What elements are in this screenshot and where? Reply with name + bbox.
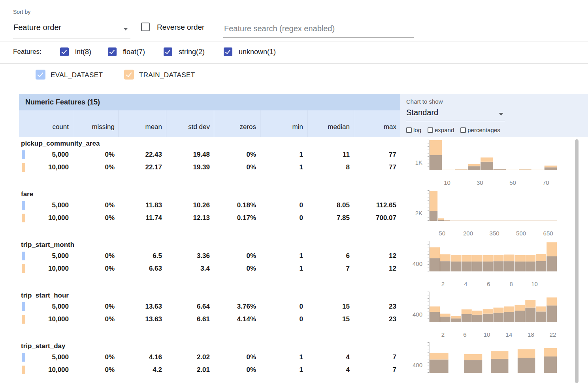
train-stats-row: 10,0000%4.22.010%147 [19, 364, 400, 376]
stat-value: 1 [260, 351, 307, 364]
x-tick-label: 500 [516, 230, 526, 237]
chart-type-select[interactable]: Standard [406, 107, 505, 121]
stat-value: 11.83 [119, 199, 166, 212]
stat-value: 0% [73, 364, 119, 376]
histogram-x-tick-labels: 246810 [426, 281, 560, 288]
histogram-svg [426, 140, 560, 171]
stat-value: 0% [214, 351, 260, 364]
stat-value: 0% [214, 364, 260, 376]
stat-value: 1 [260, 161, 307, 174]
stat-value: 0% [214, 148, 260, 161]
stat-value: 0% [73, 199, 119, 212]
stat-value: 6.64 [166, 300, 214, 313]
feature-block: pickup_community_area 5,0000%22.4319.480… [19, 137, 588, 188]
column-header-missing: missing [73, 110, 119, 137]
filter-checkbox-float[interactable] [108, 47, 117, 56]
eval-swatch-icon [22, 201, 25, 210]
stat-value: 23 [354, 313, 400, 326]
stat-value: 0% [214, 250, 260, 262]
stat-value: 3.76% [214, 300, 260, 313]
stat-value: 4.2 [119, 364, 166, 376]
x-tick-label: 14 [506, 331, 513, 338]
stat-value: 19.39 [166, 161, 214, 174]
stat-value: 12 [354, 250, 400, 262]
feature-block: trip_start_month 5,0000%6.53.360%1612 10… [19, 239, 588, 289]
x-tick-label: 30 [477, 179, 483, 186]
filter-label-float: float(7) [123, 48, 145, 56]
stat-value: 700.07 [354, 212, 400, 224]
stat-value: 8.05 [307, 199, 354, 212]
stat-value: 5,000 [19, 351, 73, 364]
chart-toggle-log[interactable]: log [406, 127, 421, 133]
stat-value: 1 [260, 364, 307, 376]
stat-value: 0% [73, 212, 119, 224]
stat-value: 13.63 [119, 300, 166, 313]
feature-histogram: 400 246810 [404, 239, 574, 289]
stat-value: 13.63 [119, 313, 166, 326]
x-tick-label: 2 [441, 331, 445, 338]
stat-value: 10,000 [19, 212, 73, 224]
train-dataset-checkbox[interactable] [124, 70, 134, 80]
feature-block: trip_start_hour 5,0000%13.636.643.76%015… [19, 289, 588, 340]
x-tick-label: 200 [463, 230, 473, 237]
column-header-mean: mean [119, 110, 166, 137]
chart-toggle-expand[interactable]: expand [428, 127, 454, 133]
stat-value: 0 [260, 313, 307, 326]
x-tick-label: 6 [487, 281, 490, 287]
stat-value: 1 [260, 148, 307, 161]
filter-checkbox-int[interactable] [60, 47, 69, 56]
stat-value: 23 [354, 300, 400, 313]
eval-dataset-checkbox[interactable] [36, 70, 45, 80]
chevron-down-icon [123, 28, 128, 30]
stat-value: 0% [73, 351, 119, 364]
x-tick-label: 350 [490, 230, 499, 237]
eval-swatch-icon [22, 150, 25, 159]
log-checkbox[interactable] [406, 127, 412, 133]
feature-histogram: 400 [404, 340, 574, 383]
stat-value: 4 [307, 351, 354, 364]
filter-checkbox-string[interactable] [164, 47, 172, 56]
expand-checkbox[interactable] [428, 127, 433, 133]
sort-by-value: Feature order [13, 21, 130, 36]
feature-histogram: 1K 10305070 [404, 137, 574, 188]
stat-value: 0.17% [214, 212, 260, 224]
histogram-y-tick-label: 1K [404, 159, 424, 166]
train-swatch-icon [22, 214, 25, 222]
stat-value: 12 [354, 262, 400, 275]
feature-histogram: 400 2610141822 [404, 289, 574, 340]
stat-value: 6.63 [119, 262, 166, 275]
stat-value: 10,000 [19, 364, 73, 376]
stat-value: 11.74 [119, 212, 166, 224]
chart-toggle-percentages[interactable]: percentages [460, 127, 500, 133]
x-tick-label: 650 [543, 230, 553, 237]
x-tick-label: 50 [439, 230, 445, 237]
x-tick-label: 4 [464, 281, 467, 287]
stat-value: 0 [260, 199, 307, 212]
stat-value: 10,000 [19, 313, 73, 326]
histogram-y-tick-label: 2K [404, 210, 424, 216]
feature-list: pickup_community_area 5,0000%22.4319.480… [19, 137, 588, 383]
filter-checkbox-unknown[interactable] [224, 47, 232, 56]
stat-value: 3.36 [166, 250, 214, 262]
stat-value: 5,000 [19, 250, 73, 262]
column-header-median: median [307, 110, 354, 137]
eval-swatch-icon [22, 252, 25, 260]
column-headers: count missing mean std dev zeros min med… [19, 110, 400, 137]
histogram-y-tick-label: 400 [404, 362, 424, 368]
x-tick-label: 6 [463, 331, 466, 338]
feature-search-input[interactable] [223, 21, 415, 36]
stat-value: 77 [354, 161, 400, 174]
stat-value: 19.48 [166, 148, 214, 161]
stat-value: 1 [260, 250, 307, 262]
chart-type-value: Standard [406, 107, 505, 119]
stat-value: 0.18% [214, 199, 260, 212]
stat-value: 7 [307, 262, 354, 275]
sort-by-select[interactable]: Feature order [13, 21, 130, 38]
filter-label-unknown: unknown(1) [239, 48, 276, 56]
stat-value: 0 [260, 300, 307, 313]
reverse-order-checkbox[interactable] [141, 23, 150, 31]
scrollbar-thumb[interactable] [575, 139, 579, 383]
percentages-checkbox[interactable] [460, 127, 466, 133]
train-swatch-icon [22, 163, 25, 172]
stat-value: 4.14% [214, 313, 260, 326]
